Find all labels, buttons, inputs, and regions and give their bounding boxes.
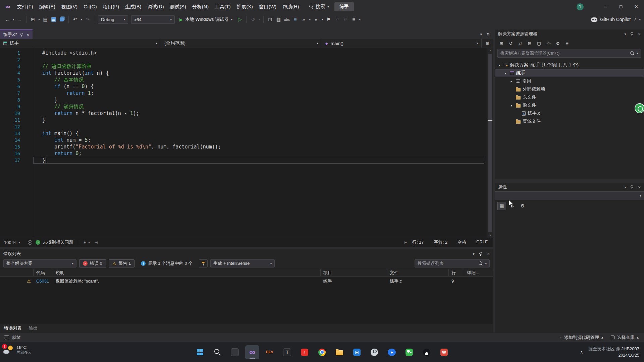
code-cleanup-chevron[interactable]: ▾ <box>88 241 90 244</box>
line-number[interactable]: 16 <box>0 150 20 157</box>
new-project-icon[interactable]: ⊞ <box>29 15 37 24</box>
tree-item[interactable]: 练手.c <box>495 109 644 117</box>
property-pages-icon[interactable]: ⚙ <box>518 202 527 210</box>
notification-badge[interactable]: 1 <box>577 3 584 10</box>
error-scope-dropdown[interactable]: 整个解决方案 ▾ <box>3 259 76 267</box>
indent-icon[interactable]: » <box>300 15 308 24</box>
add-to-source-control-button[interactable]: ↑ 添加到源代码管理 ▴ <box>560 335 603 341</box>
expand-icon[interactable]: ▸ <box>509 79 514 83</box>
panel-options-icon[interactable]: ▾ <box>624 32 626 36</box>
health-status-text[interactable]: 未找到相关问题 <box>43 239 73 245</box>
close-panel-icon[interactable]: × <box>638 32 641 37</box>
code-line[interactable]: 6 if (n == 0) { <box>0 83 493 90</box>
code-line[interactable]: 1#include <stdio.h> <box>0 50 493 56</box>
solution-explorer-search-box[interactable]: 搜索解决方案资源管理器(Ctrl+;) ▾ <box>497 49 641 58</box>
spell-checker-icon[interactable]: abc <box>283 15 291 24</box>
scroll-left-icon[interactable]: ◀ <box>95 241 98 244</box>
menu-item[interactable]: 分析(N) <box>189 0 212 13</box>
code-line[interactable]: 8 } <box>0 97 493 103</box>
code-line[interactable]: 17} <box>0 157 493 164</box>
task-list-chevron[interactable]: ▾ <box>358 18 362 21</box>
code-line[interactable]: 10 return n * factorial(n - 1); <box>0 110 493 117</box>
horizontal-scroll-track[interactable] <box>98 241 405 244</box>
code-line[interactable]: 15 printf("Factorial of %d is %d\n", num… <box>0 143 493 150</box>
taskbar-icon-wps[interactable] <box>437 345 451 359</box>
menu-item[interactable]: Git(G) <box>80 0 100 13</box>
undo-history-chevron[interactable]: ▾ <box>79 18 83 21</box>
compare-files-icon[interactable]: ▥ <box>274 15 282 24</box>
tray-clock[interactable]: 掘金技术社区 @ JHB2007 2024/10/25 <box>588 346 639 358</box>
start-without-debugging-icon[interactable]: ▷ <box>236 15 244 24</box>
collapse-all-icon[interactable]: ⊟ <box>526 39 534 47</box>
start-debugging-button[interactable]: ▶本地 Windows 调试器▾ <box>176 15 235 24</box>
pin-panel-icon[interactable] <box>630 32 634 36</box>
format-document-icon[interactable]: ≡ <box>291 15 299 24</box>
outdent-icon[interactable]: « <box>312 15 320 24</box>
scroll-up-icon[interactable]: ▴ <box>487 49 493 52</box>
column-header[interactable]: 详细... <box>464 269 493 276</box>
code-line[interactable]: 3// 递归函数计算阶乘 <box>0 63 493 70</box>
warnings-filter-button[interactable]: ⚠ 警告 1 <box>109 259 135 267</box>
copilot-chevron-icon[interactable]: ▾ <box>639 18 641 21</box>
zoom-control[interactable]: 100 % ▾ <box>0 240 24 245</box>
taskbar-icon-dev-cpp[interactable] <box>263 345 277 359</box>
close-panel-icon[interactable]: × <box>487 251 490 256</box>
taskbar-icon-photos[interactable] <box>228 345 242 359</box>
open-documents-icon[interactable]: ▾ <box>480 32 482 37</box>
pending-changes-filter-icon[interactable]: ↺ <box>507 39 515 47</box>
floating-overlay-badge[interactable] <box>635 103 644 113</box>
open-external-icon[interactable]: ↗ <box>633 17 636 22</box>
column-indicator[interactable]: 字符: 2 <box>434 239 447 245</box>
error-search-box[interactable]: 搜索错误列表 ▾ <box>415 259 490 267</box>
whitespace-indicator[interactable]: 空格 <box>458 239 466 245</box>
line-number[interactable]: 9 <box>0 103 20 110</box>
tray-overflow-icon[interactable]: ∧ <box>580 350 583 355</box>
alphabetical-icon[interactable]: ⇅ <box>508 202 517 210</box>
code-line[interactable]: 9 // 递归情况 <box>0 103 493 110</box>
project-dropdown-chevron[interactable]: ▾ <box>156 42 157 45</box>
messages-filter-button[interactable]: 展示 1 个消息中的 0 个 <box>137 259 196 267</box>
bookmark-icon[interactable]: ⚑ <box>324 15 332 24</box>
taskbar-icon-netease[interactable] <box>298 345 312 359</box>
view-code-icon[interactable]: <> <box>544 39 552 47</box>
sync-with-active-document-icon[interactable]: ⇄ <box>516 39 524 47</box>
line-indicator[interactable]: 行: 17 <box>412 239 424 245</box>
line-number[interactable]: 12 <box>0 123 20 130</box>
find-in-files-icon[interactable]: ⊡ <box>266 15 274 24</box>
undo-icon[interactable]: ↶ <box>71 15 79 24</box>
code-line[interactable]: 4int factorial(int n) { <box>0 70 493 76</box>
bottom-tab-error-list[interactable]: 错误列表 <box>4 325 21 331</box>
save-icon[interactable] <box>50 15 58 24</box>
pin-panel-icon[interactable] <box>479 252 482 256</box>
outdent-chevron[interactable]: ▾ <box>320 18 324 21</box>
column-header[interactable]: 文件 <box>387 269 449 276</box>
select-repository-button[interactable]: 选择仓库 ▴ <box>611 335 639 341</box>
code-line[interactable]: 2 <box>0 56 493 63</box>
scope-dropdown[interactable]: (全局范围) ▾ <box>161 39 322 48</box>
menu-item[interactable]: 帮助(H) <box>279 0 302 13</box>
line-number[interactable]: 13 <box>0 130 20 137</box>
document-health-icon[interactable] <box>28 240 32 245</box>
code-line[interactable]: 14 int num = 5; <box>0 137 493 143</box>
menu-item[interactable]: 调试(D) <box>144 0 167 13</box>
column-header[interactable]: 项目 <box>321 269 387 276</box>
pin-tab-icon[interactable] <box>20 33 23 37</box>
weather-widget[interactable]: 1 19°C 局部多云 <box>3 345 32 355</box>
save-all-icon[interactable] <box>58 15 66 24</box>
horizontal-scrollbar[interactable]: ◀ ▶ <box>95 241 407 244</box>
tree-item[interactable]: ▾练手 <box>495 69 644 77</box>
switch-views-icon[interactable]: ⊞ <box>497 39 505 47</box>
nav-back-icon[interactable]: ← <box>3 15 11 24</box>
taskbar-icon-store[interactable] <box>350 345 364 359</box>
split-window-icon[interactable]: ⊟ <box>482 39 493 48</box>
menu-item[interactable]: 工具(T) <box>212 0 234 13</box>
column-header-severity[interactable] <box>0 269 34 276</box>
document-tab[interactable]: 练手.c* × <box>0 29 33 39</box>
errors-filter-button[interactable]: 错误 0 <box>79 259 106 267</box>
bottom-tab-output[interactable]: 输出 <box>29 325 38 331</box>
line-number[interactable]: 14 <box>0 137 20 143</box>
code-line[interactable]: 12 <box>0 123 493 130</box>
code-cleanup-icon[interactable]: ∗ <box>83 240 87 245</box>
show-all-files-icon[interactable]: ▢ <box>535 39 543 47</box>
taskbar-icon-typora[interactable] <box>280 345 294 359</box>
